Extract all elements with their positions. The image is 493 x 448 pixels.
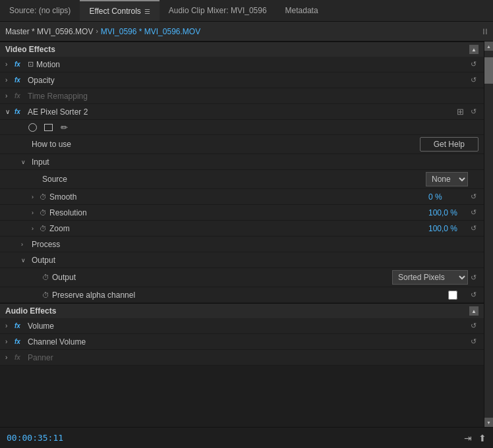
resolution-timer-icon: ⏱: [40, 209, 47, 217]
source-row: Source None Luma Red Green Blue: [0, 170, 484, 189]
panner-toggle[interactable]: ›: [5, 354, 13, 361]
process-expand-icon: ›: [21, 241, 29, 248]
ae-circle-tool[interactable]: [26, 123, 38, 132]
tab-audio-mixer[interactable]: Audio Clip Mixer: MVI_0596: [160, 0, 276, 21]
tab-effect-controls[interactable]: Effect Controls ☰: [80, 0, 159, 21]
process-subgroup-header[interactable]: › Process: [0, 237, 484, 252]
time-remapping-label: Time Remapping: [28, 92, 478, 101]
preserve-alpha-reset-btn[interactable]: ↺: [468, 290, 478, 300]
video-effects-header: Video Effects ▲: [0, 42, 484, 57]
process-label: Process: [32, 240, 60, 249]
audio-effects-scroll-up[interactable]: ▲: [469, 306, 478, 316]
opacity-reset-btn[interactable]: ↺: [468, 75, 478, 86]
channel-volume-reset-btn[interactable]: ↺: [468, 337, 478, 347]
effect-row-volume: › fx Volume ↺: [0, 318, 484, 334]
motion-reset-btn[interactable]: ↺: [468, 59, 478, 70]
opacity-toggle[interactable]: ›: [5, 76, 13, 84]
zoom-value[interactable]: 100,0 %: [428, 224, 468, 233]
motion-label: Motion: [36, 60, 468, 69]
breadcrumb-clip[interactable]: MVI_0596 * MVI_0596.MOV: [101, 27, 200, 36]
how-to-use-label: How to use: [32, 140, 420, 149]
output-timer-icon: ⏱: [42, 273, 49, 281]
resolution-reset-btn[interactable]: ↺: [468, 208, 478, 218]
zoom-timer-icon: ⏱: [40, 225, 47, 233]
effect-row-time-remapping: › fx Time Remapping: [0, 88, 484, 104]
effects-panel: Video Effects ▲ › fx ⊡ Motion ↺ › fx Opa…: [0, 42, 484, 427]
tab-bar: Source: (no clips) Effect Controls ☰ Aud…: [0, 0, 493, 22]
tab-metadata[interactable]: Metadata: [276, 0, 328, 21]
resolution-value[interactable]: 100,0 %: [428, 208, 468, 217]
input-label: Input: [32, 157, 49, 167]
resolution-row: › ⏱ Resolution 100,0 % ↺: [0, 205, 484, 221]
breadcrumb-master[interactable]: Master * MVI_0596.MOV: [5, 27, 93, 36]
tab-menu-icon[interactable]: ☰: [144, 8, 150, 15]
smooth-reset-btn[interactable]: ↺: [468, 192, 478, 202]
source-dropdown[interactable]: None Luma Red Green Blue: [426, 172, 468, 186]
opacity-fx-badge: fx: [14, 76, 25, 84]
volume-reset-btn[interactable]: ↺: [468, 321, 478, 331]
output-dropdown[interactable]: Sorted Pixels Unsorted Pixels Mask: [392, 270, 468, 285]
breadcrumb-chevron: ›: [96, 28, 98, 35]
preserve-alpha-checkbox[interactable]: [448, 291, 457, 300]
smooth-timer-icon: ⏱: [40, 193, 47, 201]
motion-toggle[interactable]: ›: [5, 61, 13, 68]
source-dropdown-wrapper: None Luma Red Green Blue: [426, 172, 468, 186]
ae-pin-icon[interactable]: ⊞: [457, 107, 464, 117]
ae-rect-tool[interactable]: [42, 123, 54, 132]
video-effects-scroll-up[interactable]: ▲: [469, 45, 478, 54]
smooth-value[interactable]: 0 %: [428, 192, 468, 202]
output-section-label: Output: [32, 256, 55, 265]
volume-label: Volume: [28, 322, 468, 331]
timecode-display: 00:00:35:11: [7, 433, 63, 443]
output-subgroup-header[interactable]: ∨ Output: [0, 252, 484, 268]
ae-pen-tool[interactable]: ✏: [58, 123, 70, 132]
scrollbar-down-btn[interactable]: ▼: [484, 418, 493, 427]
ae-label: AE Pixel Sorter 2: [28, 107, 457, 117]
output-param-row: ⏱ Output Sorted Pixels Unsorted Pixels M…: [0, 268, 484, 287]
time-remapping-toggle[interactable]: ›: [5, 92, 13, 99]
input-subgroup-header[interactable]: ∨ Input: [0, 154, 484, 170]
bottom-icons: ⇥ ⬆: [464, 433, 486, 443]
get-help-button[interactable]: Get Help: [420, 137, 478, 152]
ae-tools-row: ✏: [0, 120, 484, 135]
volume-toggle[interactable]: ›: [5, 322, 13, 329]
ae-fx-badge: fx: [14, 108, 25, 115]
zoom-reset-btn[interactable]: ↺: [468, 223, 478, 234]
effect-row-channel-volume: › fx Channel Volume ↺: [0, 334, 484, 350]
rect-icon: [44, 124, 53, 131]
zoom-expand-icon[interactable]: ›: [32, 225, 40, 232]
how-to-use-row: How to use Get Help: [0, 135, 484, 154]
scrollbar-up-btn[interactable]: ▲: [484, 42, 493, 51]
audio-effects-label: Audio Effects: [5, 306, 56, 316]
video-effects-label: Video Effects: [5, 45, 55, 54]
output-dropdown-wrapper: Sorted Pixels Unsorted Pixels Mask: [392, 270, 468, 285]
motion-move-icon: ⊡: [28, 60, 34, 69]
motion-fx-badge: fx: [14, 61, 25, 68]
export-icon[interactable]: ⬆: [478, 433, 486, 443]
panner-fx-badge: fx: [14, 354, 25, 361]
scrollbar-thumb[interactable]: [484, 57, 493, 84]
output-param-label: Output: [52, 273, 392, 282]
preserve-alpha-label: Preserve alpha channel: [52, 291, 448, 300]
audio-effects-header: Audio Effects ▲: [0, 303, 484, 318]
main-content: Video Effects ▲ › fx ⊡ Motion ↺ › fx Opa…: [0, 42, 493, 427]
bottom-bar: 00:00:35:11 ⇥ ⬆: [0, 427, 493, 448]
zoom-label: Zoom: [49, 224, 428, 233]
channel-volume-toggle[interactable]: ›: [5, 338, 13, 345]
output-reset-btn[interactable]: ↺: [468, 272, 478, 283]
time-remapping-fx-badge: fx: [14, 92, 25, 99]
tab-source[interactable]: Source: (no clips): [0, 0, 80, 21]
audio-effects-header-left: Audio Effects: [5, 306, 56, 316]
circle-icon: [28, 123, 37, 132]
ae-reset-btn[interactable]: ↺: [468, 107, 478, 117]
opacity-label: Opacity: [28, 76, 468, 85]
output-expand-icon: ∨: [21, 257, 29, 264]
smooth-expand-icon[interactable]: ›: [32, 194, 40, 200]
go-to-icon[interactable]: ⇥: [464, 433, 472, 443]
channel-volume-fx-badge: fx: [14, 338, 25, 345]
effect-row-motion: › fx ⊡ Motion ↺: [0, 57, 484, 72]
resolution-expand-icon[interactable]: ›: [32, 210, 40, 216]
ae-toggle[interactable]: ∨: [5, 108, 13, 115]
effect-row-panner: › fx Panner: [0, 350, 484, 366]
source-label: Source: [42, 175, 426, 184]
